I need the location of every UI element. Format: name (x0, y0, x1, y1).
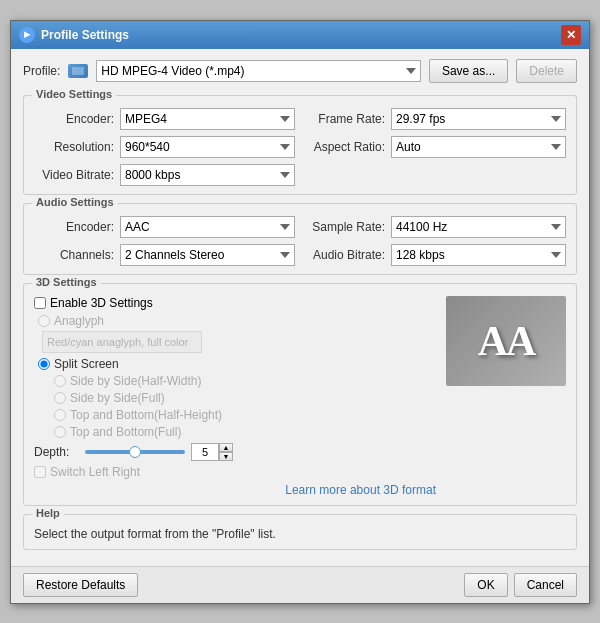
preview-text: AA (478, 317, 535, 365)
resolution-row: Resolution: 960*540 (34, 136, 295, 158)
ok-button[interactable]: OK (464, 573, 507, 597)
audio-bitrate-row: Audio Bitrate: 128 kbps (305, 244, 566, 266)
audio-bitrate-label: Audio Bitrate: (305, 248, 385, 262)
title-bar-left: ▶ Profile Settings (19, 27, 129, 43)
split-screen-radio-row: Split Screen (34, 357, 436, 371)
sub-option-3-label: Top and Bottom(Full) (70, 425, 181, 439)
app-icon: ▶ (19, 27, 35, 43)
dialog-body: Profile: HD MPEG-4 Video (*.mp4) Save as… (11, 49, 589, 566)
audio-encoder-row: Encoder: AAC (34, 216, 295, 238)
profile-select[interactable]: HD MPEG-4 Video (*.mp4) (96, 60, 421, 82)
depth-decrement-button[interactable]: ▼ (219, 452, 233, 461)
help-text: Select the output format from the "Profi… (34, 527, 566, 541)
anaglyph-radio-row: Anaglyph (34, 314, 436, 328)
audio-encoder-select[interactable]: AAC (120, 216, 295, 238)
title-bar: ▶ Profile Settings ✕ (11, 21, 589, 49)
sub-option-1-radio[interactable] (54, 392, 66, 404)
three-d-title: 3D Settings (32, 276, 101, 288)
anaglyph-select[interactable]: Red/cyan anaglyph, full color (42, 331, 202, 353)
sub-option-1-label: Side by Side(Full) (70, 391, 165, 405)
resolution-select[interactable]: 960*540 (120, 136, 295, 158)
learn-more-row: Learn more about 3D format (34, 483, 436, 497)
anaglyph-radio[interactable] (38, 315, 50, 327)
encoder-label: Encoder: (34, 112, 114, 126)
audio-encoder-label: Encoder: (34, 220, 114, 234)
depth-increment-button[interactable]: ▲ (219, 443, 233, 452)
profile-icon (68, 64, 88, 78)
video-settings-section: Video Settings Encoder: MPEG4 Frame Rate… (23, 95, 577, 195)
sub-option-2-row: Top and Bottom(Half-Height) (34, 408, 436, 422)
depth-slider[interactable] (85, 450, 185, 454)
sub-option-2-label: Top and Bottom(Half-Height) (70, 408, 222, 422)
sub-option-0-row: Side by Side(Half-Width) (34, 374, 436, 388)
audio-settings-grid: Encoder: AAC Sample Rate: 44100 Hz Chann… (34, 216, 566, 266)
dialog-title: Profile Settings (41, 28, 129, 42)
channels-label: Channels: (34, 248, 114, 262)
spinner-buttons: ▲ ▼ (219, 443, 233, 461)
profile-row: Profile: HD MPEG-4 Video (*.mp4) Save as… (23, 57, 577, 85)
sub-option-3-radio[interactable] (54, 426, 66, 438)
three-d-left: Enable 3D Settings Anaglyph Red/cyan ana… (34, 296, 436, 497)
frame-rate-label: Frame Rate: (305, 112, 385, 126)
help-section: Help Select the output format from the "… (23, 514, 577, 550)
resolution-label: Resolution: (34, 140, 114, 154)
video-bitrate-row: Video Bitrate: 8000 kbps (34, 164, 295, 186)
split-screen-label: Split Screen (54, 357, 119, 371)
enable-3d-label: Enable 3D Settings (50, 296, 153, 310)
aspect-ratio-row: Aspect Ratio: Auto (305, 136, 566, 158)
depth-spinner: ▲ ▼ (191, 443, 233, 461)
sub-option-3-row: Top and Bottom(Full) (34, 425, 436, 439)
channels-row: Channels: 2 Channels Stereo (34, 244, 295, 266)
restore-defaults-button[interactable]: Restore Defaults (23, 573, 138, 597)
save-as-button[interactable]: Save as... (429, 59, 508, 83)
aspect-ratio-label: Aspect Ratio: (305, 140, 385, 154)
audio-settings-title: Audio Settings (32, 196, 118, 208)
three-d-section: 3D Settings Enable 3D Settings Anaglyph (23, 283, 577, 506)
channels-select[interactable]: 2 Channels Stereo (120, 244, 295, 266)
sample-rate-row: Sample Rate: 44100 Hz (305, 216, 566, 238)
split-screen-radio[interactable] (38, 358, 50, 370)
anaglyph-label: Anaglyph (54, 314, 104, 328)
frame-rate-select[interactable]: 29.97 fps (391, 108, 566, 130)
switch-lr-label: Switch Left Right (50, 465, 140, 479)
profile-label: Profile: (23, 64, 60, 78)
footer-right-buttons: OK Cancel (464, 573, 577, 597)
close-button[interactable]: ✕ (561, 25, 581, 45)
audio-bitrate-select[interactable]: 128 kbps (391, 244, 566, 266)
depth-input[interactable] (191, 443, 219, 461)
video-settings-title: Video Settings (32, 88, 116, 100)
video-settings-grid: Encoder: MPEG4 Frame Rate: 29.97 fps Res… (34, 108, 566, 186)
three-d-content: Enable 3D Settings Anaglyph Red/cyan ana… (34, 296, 566, 497)
sub-option-2-radio[interactable] (54, 409, 66, 421)
enable-3d-checkbox[interactable] (34, 297, 46, 309)
aspect-ratio-select[interactable]: Auto (391, 136, 566, 158)
profile-settings-dialog: ▶ Profile Settings ✕ Profile: HD MPEG-4 … (10, 20, 590, 604)
three-d-preview-container: AA (446, 296, 566, 497)
depth-row: Depth: ▲ ▼ (34, 443, 436, 461)
sample-rate-label: Sample Rate: (305, 220, 385, 234)
frame-rate-row: Frame Rate: 29.97 fps (305, 108, 566, 130)
switch-lr-checkbox[interactable] (34, 466, 46, 478)
anaglyph-select-row: Red/cyan anaglyph, full color (34, 331, 436, 353)
three-d-preview-box: AA (446, 296, 566, 386)
dialog-footer: Restore Defaults OK Cancel (11, 566, 589, 603)
learn-more-link[interactable]: Learn more about 3D format (285, 483, 436, 497)
depth-label: Depth: (34, 445, 79, 459)
audio-settings-section: Audio Settings Encoder: AAC Sample Rate:… (23, 203, 577, 275)
delete-button[interactable]: Delete (516, 59, 577, 83)
video-bitrate-select[interactable]: 8000 kbps (120, 164, 295, 186)
enable-3d-row: Enable 3D Settings (34, 296, 436, 310)
sub-option-1-row: Side by Side(Full) (34, 391, 436, 405)
sub-option-0-radio[interactable] (54, 375, 66, 387)
video-bitrate-label: Video Bitrate: (34, 168, 114, 182)
cancel-button[interactable]: Cancel (514, 573, 577, 597)
sub-option-0-label: Side by Side(Half-Width) (70, 374, 201, 388)
encoder-select[interactable]: MPEG4 (120, 108, 295, 130)
switch-lr-row: Switch Left Right (34, 465, 436, 479)
help-title: Help (32, 507, 64, 519)
encoder-row: Encoder: MPEG4 (34, 108, 295, 130)
sample-rate-select[interactable]: 44100 Hz (391, 216, 566, 238)
